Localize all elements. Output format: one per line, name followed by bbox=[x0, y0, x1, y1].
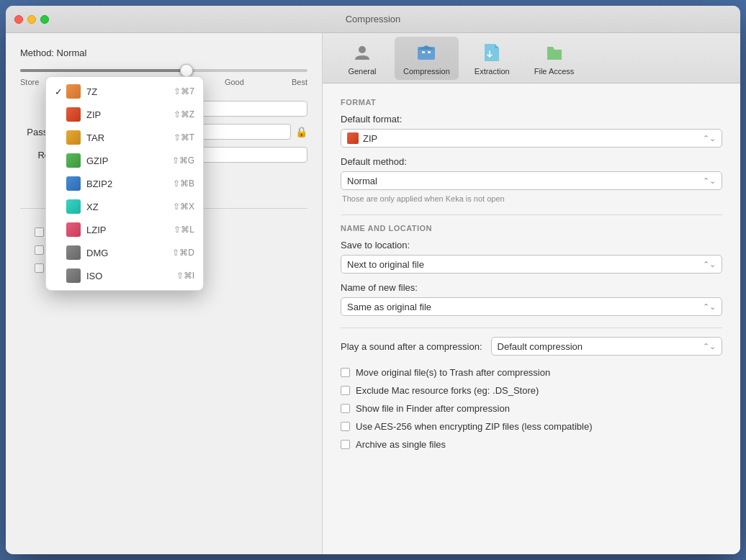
sound-row: Play a sound after a compression: Defaul… bbox=[341, 337, 722, 356]
save-to-value: Next to original file bbox=[347, 259, 424, 270]
svg-point-0 bbox=[359, 46, 366, 53]
icon-dmg bbox=[66, 245, 81, 260]
default-method-select[interactable]: Normal ⌃⌄ bbox=[341, 171, 722, 190]
minimize-button[interactable] bbox=[27, 15, 36, 24]
toolbar-extraction[interactable]: Extraction bbox=[466, 37, 518, 80]
shortcut-gzip: ⇧⌘G bbox=[172, 155, 194, 166]
exclude-mac-r-checkbox[interactable] bbox=[341, 386, 350, 395]
maximize-button[interactable] bbox=[40, 15, 49, 24]
format-name-tar: TAR bbox=[86, 132, 174, 143]
icon-tar bbox=[66, 130, 81, 145]
hint-text: Those are only applied when Keka is not … bbox=[341, 194, 722, 203]
use-aes-checkbox[interactable] bbox=[341, 422, 350, 431]
checkmark-7z: ✓ bbox=[55, 86, 66, 97]
icon-xz bbox=[66, 199, 81, 214]
dropdown-item-gzip[interactable]: GZIP ⇧⌘G bbox=[46, 149, 203, 172]
shortcut-iso: ⇧⌘I bbox=[176, 271, 194, 281]
icon-zip bbox=[66, 107, 81, 122]
toolbar-file-access-label: File Access bbox=[534, 67, 575, 76]
slider-label-best: Best bbox=[292, 78, 307, 86]
format-name-iso: ISO bbox=[86, 271, 176, 281]
use-aes-row: Use AES-256 when encrypting ZIP files (l… bbox=[341, 421, 722, 432]
show-finder-label: Show file in Finder after compression bbox=[356, 403, 510, 414]
format-name-lzip: LZIP bbox=[86, 225, 174, 235]
content-area: Method: Normal Store Fast Normal Good Be… bbox=[6, 33, 740, 554]
archive-single-r-checkbox[interactable] bbox=[341, 440, 350, 449]
sound-chevron-icon: ⌃⌄ bbox=[703, 342, 716, 351]
dropdown-item-xz[interactable]: XZ ⇧⌘X bbox=[46, 195, 203, 218]
default-format-label: Default format: bbox=[341, 114, 722, 125]
format-name-zip: ZIP bbox=[86, 109, 174, 120]
sound-label: Play a sound after a compression: bbox=[341, 341, 482, 352]
dropdown-item-iso[interactable]: ISO ⇧⌘I bbox=[46, 264, 203, 287]
shortcut-7z: ⇧⌘7 bbox=[174, 86, 194, 96]
icon-iso bbox=[66, 268, 81, 283]
show-finder-row: Show file in Finder after compression bbox=[341, 403, 722, 414]
close-button[interactable] bbox=[14, 15, 23, 24]
save-to-select[interactable]: Next to original file ⌃⌄ bbox=[341, 255, 722, 274]
move-trash-row: Move original file(s) to Trash after com… bbox=[341, 367, 722, 378]
slider-thumb[interactable] bbox=[180, 64, 193, 77]
dropdown-item-7z[interactable]: ✓ 7Z ⇧⌘7 bbox=[46, 80, 203, 103]
dropdown-item-zip[interactable]: ZIP ⇧⌘Z bbox=[46, 103, 203, 126]
icon-lzip bbox=[66, 222, 81, 237]
dropdown-item-dmg[interactable]: DMG ⇧⌘D bbox=[46, 241, 203, 264]
svg-rect-2 bbox=[422, 51, 425, 53]
default-method-label: Default method: bbox=[341, 156, 722, 167]
shortcut-tar: ⇧⌘T bbox=[174, 132, 194, 143]
default-format-select[interactable]: ZIP ⌃⌄ bbox=[341, 129, 722, 148]
name-of-files-select[interactable]: Same as original file ⌃⌄ bbox=[341, 297, 722, 316]
exclude-mac-r-label: Exclude Mac resource forks (eg: .DS_Stor… bbox=[356, 385, 539, 396]
format-section-title: Format bbox=[341, 98, 722, 107]
dropdown-item-bzip2[interactable]: BZIP2 ⇧⌘B bbox=[46, 172, 203, 195]
dropdown-item-lzip[interactable]: LZIP ⇧⌘L bbox=[46, 218, 203, 241]
slider-fill bbox=[20, 69, 192, 72]
default-method-value: Normal bbox=[347, 176, 377, 186]
archive-single-r-label: Archive as single files bbox=[356, 439, 446, 450]
toolbar-file-access[interactable]: File Access bbox=[526, 37, 583, 80]
right-panel: General Compression bbox=[323, 33, 740, 554]
exclude-mac-r-row: Exclude Mac resource forks (eg: .DS_Stor… bbox=[341, 385, 722, 396]
toolbar-general[interactable]: General bbox=[337, 37, 387, 80]
format-name-dmg: DMG bbox=[86, 248, 172, 258]
toolbar-general-label: General bbox=[348, 67, 376, 76]
zip-format-icon bbox=[347, 132, 359, 144]
method-label: Method: Normal bbox=[20, 48, 307, 58]
shortcut-dmg: ⇧⌘D bbox=[172, 248, 194, 258]
delete-after-checkbox[interactable] bbox=[35, 245, 44, 255]
toolbar-compression[interactable]: Compression bbox=[395, 37, 459, 80]
move-trash-checkbox[interactable] bbox=[341, 368, 350, 377]
section-divider-2 bbox=[341, 328, 722, 328]
archive-single-r-row: Archive as single files bbox=[341, 439, 722, 450]
show-finder-checkbox[interactable] bbox=[341, 404, 350, 413]
section-divider-1 bbox=[341, 214, 722, 215]
slider-track[interactable] bbox=[20, 69, 307, 72]
dropdown-item-tar[interactable]: TAR ⇧⌘T bbox=[46, 126, 203, 149]
sound-select[interactable]: Default compression ⌃⌄ bbox=[491, 337, 722, 356]
default-format-value: ZIP bbox=[363, 133, 377, 144]
window-title: Compression bbox=[346, 14, 401, 24]
icon-gzip bbox=[66, 153, 81, 168]
main-window: Compression Method: Normal Store Fast No… bbox=[6, 6, 740, 554]
traffic-lights bbox=[14, 15, 49, 24]
name-files-chevron-icon: ⌃⌄ bbox=[703, 302, 716, 312]
save-to-label: Save to location: bbox=[341, 240, 722, 250]
save-to-chevron-icon: ⌃⌄ bbox=[703, 260, 716, 269]
left-panel: Method: Normal Store Fast Normal Good Be… bbox=[6, 33, 323, 554]
name-of-files-value: Same as original file bbox=[347, 302, 431, 312]
shortcut-bzip2: ⇧⌘B bbox=[173, 179, 194, 189]
format-name-xz: XZ bbox=[86, 202, 173, 212]
archive-single-checkbox[interactable] bbox=[35, 263, 44, 273]
slider-label-store: Store bbox=[20, 78, 39, 86]
name-location-section-title: Name and location bbox=[341, 224, 722, 232]
exclude-mac-checkbox[interactable] bbox=[35, 227, 44, 237]
toolbar: General Compression bbox=[323, 33, 740, 83]
icon-7z bbox=[66, 84, 81, 99]
general-icon bbox=[351, 41, 374, 64]
icon-bzip2 bbox=[66, 176, 81, 191]
file-access-icon bbox=[543, 41, 566, 64]
sound-value: Default compression bbox=[498, 341, 583, 352]
format-name-gzip: GZIP bbox=[86, 155, 172, 166]
method-chevron-icon: ⌃⌄ bbox=[703, 176, 716, 186]
right-content: Format Default format: ZIP ⌃⌄ Default me… bbox=[323, 83, 740, 554]
